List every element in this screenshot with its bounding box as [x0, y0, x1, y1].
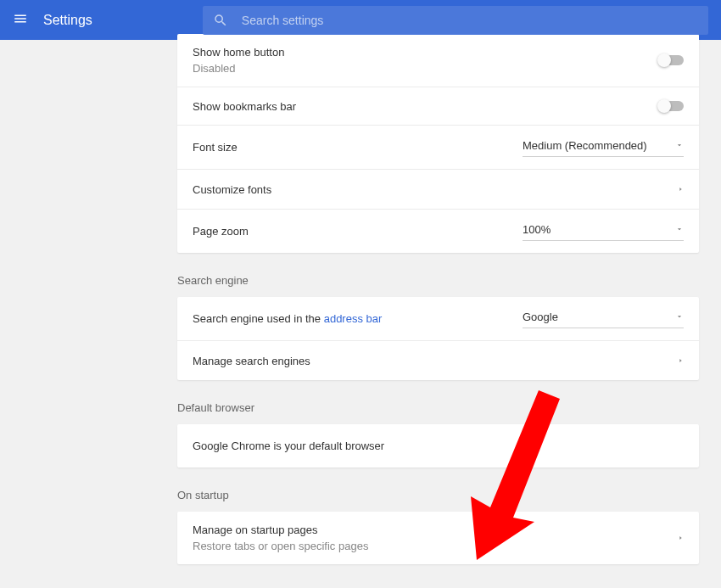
chevron-right-icon: [678, 530, 684, 546]
row-label: Page zoom: [193, 225, 249, 238]
page-title: Settings: [43, 13, 92, 28]
settings-content: Show home button Disabled Show bookmarks…: [177, 34, 699, 588]
font-size-select[interactable]: Medium (Recommended): [523, 137, 684, 157]
select-value: 100%: [523, 223, 551, 236]
header: Settings: [0, 0, 721, 40]
row-label: Show bookmarks bar: [193, 100, 296, 113]
row-label: Font size: [193, 141, 238, 154]
search-engine-used-row[interactable]: Search engine used in the address bar Go…: [177, 297, 699, 341]
search-engine-card: Search engine used in the address bar Go…: [177, 297, 699, 380]
row-label: Show home button: [193, 46, 284, 59]
select-value: Google: [523, 311, 558, 323]
default-browser-heading: Default browser: [177, 401, 699, 424]
chevron-down-icon: [675, 221, 684, 237]
search-input[interactable]: [242, 14, 698, 27]
toggle-off-icon[interactable]: [658, 55, 684, 65]
select-value: Medium (Recommended): [523, 139, 647, 152]
chevron-down-icon: [675, 309, 684, 324]
manage-search-engines-row[interactable]: Manage search engines: [177, 341, 699, 380]
label-text: Search engine used in the: [193, 312, 324, 325]
search-engine-select[interactable]: Google: [523, 309, 684, 328]
default-browser-card: Google Chrome is your default browser: [177, 424, 699, 468]
appearance-card: Show home button Disabled Show bookmarks…: [177, 34, 699, 253]
toggle-off-icon[interactable]: [658, 101, 684, 111]
show-home-button-row[interactable]: Show home button Disabled: [177, 34, 699, 87]
row-label: Manage search engines: [193, 355, 310, 367]
default-browser-row: Google Chrome is your default browser: [177, 424, 699, 468]
row-label: Search engine used in the address bar: [193, 312, 382, 325]
address-bar-link[interactable]: address bar: [324, 312, 383, 325]
row-label: Google Chrome is your default browser: [193, 440, 384, 452]
customize-fonts-row[interactable]: Customize fonts: [177, 170, 699, 210]
font-size-row[interactable]: Font size Medium (Recommended): [177, 126, 699, 170]
on-startup-card: Manage on startup pages Restore tabs or …: [177, 512, 699, 564]
page-zoom-select[interactable]: 100%: [523, 221, 684, 241]
menu-icon[interactable]: [13, 11, 28, 30]
row-sublabel: Restore tabs or open specific pages: [193, 540, 368, 552]
show-bookmarks-bar-row[interactable]: Show bookmarks bar: [177, 87, 699, 126]
row-sublabel: Disabled: [193, 62, 284, 75]
search-bar[interactable]: [203, 6, 708, 35]
chevron-down-icon: [675, 137, 684, 153]
chevron-right-icon: [678, 182, 684, 197]
on-startup-heading: On startup: [177, 489, 699, 512]
search-icon: [213, 13, 228, 28]
chevron-right-icon: [678, 353, 684, 368]
manage-startup-pages-row[interactable]: Manage on startup pages Restore tabs or …: [177, 512, 699, 564]
page-zoom-row[interactable]: Page zoom 100%: [177, 210, 699, 253]
row-label: Customize fonts: [193, 183, 271, 196]
search-engine-heading: Search engine: [177, 274, 699, 297]
row-label: Manage on startup pages: [193, 524, 368, 536]
